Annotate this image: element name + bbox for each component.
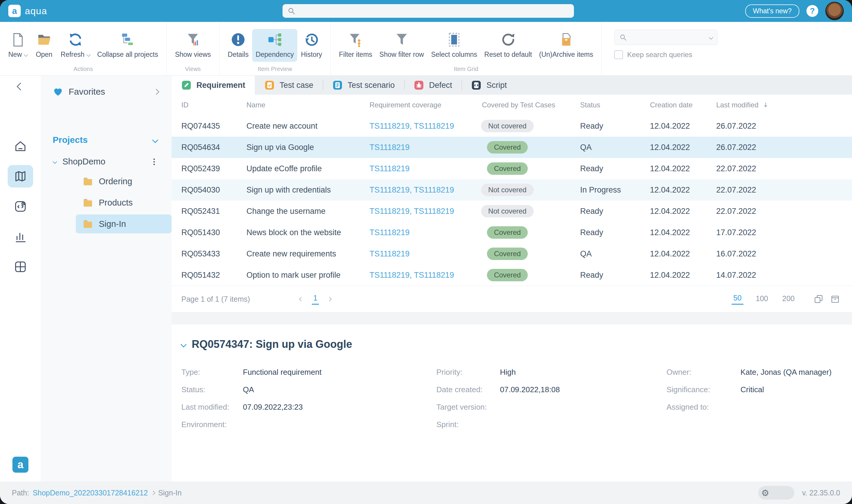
next-page-icon[interactable] [327, 297, 332, 301]
table-row[interactable]: RQ054030Sign up with credentialsTS111821… [171, 179, 852, 200]
keep-search-queries-checkbox[interactable] [614, 50, 623, 59]
show-views-button[interactable]: Show views [171, 29, 214, 62]
help-button[interactable]: ? [806, 5, 818, 17]
coverage-link[interactable]: TS1118219, TS1118219 [369, 185, 454, 194]
table-row[interactable]: RQ052439Update eCoffe profileTS1118219Co… [171, 158, 852, 179]
tab-label: Script [486, 81, 507, 90]
cell-name: Update eCoffe profile [247, 164, 369, 173]
show-filter-row-button[interactable]: Show filter row [376, 29, 428, 62]
column-header-requirement-coverage[interactable]: Requirement coverage [369, 101, 478, 109]
history-icon [304, 32, 319, 47]
dependency-button[interactable]: Dependency [252, 29, 297, 62]
coverage-link[interactable]: TS1118219, TS1118219 [369, 271, 454, 280]
table-row[interactable]: RQ052431Change the usernameTS1118219, TS… [171, 200, 852, 222]
page-size-50[interactable]: 50 [731, 293, 743, 305]
table-row[interactable]: RQ053433Create new requirementsTS1118219… [171, 243, 852, 265]
coverage-link[interactable]: TS1118219, TS1118219 [369, 207, 454, 216]
nav-home[interactable] [8, 135, 33, 157]
tab-test-case[interactable]: Test case [255, 76, 323, 95]
column-header-id[interactable]: ID [181, 101, 247, 109]
tab-defect[interactable]: Defect [404, 76, 461, 95]
cell-id: RQ074435 [181, 122, 247, 131]
copy-icon[interactable] [814, 294, 823, 304]
coverage-status-badge: Not covered [481, 184, 533, 196]
filter-items-button[interactable]: Filter items [336, 29, 376, 62]
tree-node-folder[interactable]: Products [76, 193, 171, 212]
preview-field: Date created:07.09.2022,18:08 [436, 385, 667, 395]
chevron-right-icon[interactable] [153, 88, 160, 95]
nav-projects[interactable] [8, 165, 33, 187]
nav-reports[interactable] [8, 226, 33, 248]
tree-node-folder[interactable]: Sign-In [76, 214, 171, 233]
user-avatar[interactable] [826, 2, 844, 20]
page-size-200[interactable]: 200 [780, 294, 796, 304]
search-queries-dropdown[interactable] [614, 30, 718, 45]
global-search[interactable] [283, 4, 574, 18]
page-size-100[interactable]: 100 [754, 294, 770, 304]
collapse-all-projects-button[interactable]: Collapse all projects [94, 29, 162, 62]
collapse-sidebar-button[interactable] [16, 84, 25, 90]
column-header-name[interactable]: Name [247, 101, 369, 109]
coverage-link[interactable]: TS1118219 [369, 228, 410, 237]
select-columns-button[interactable]: Select columns [428, 29, 481, 62]
page-summary: Page 1 of 1 (7 items) [181, 295, 300, 304]
open-button[interactable]: Open [31, 29, 57, 62]
nav-test-execution[interactable] [8, 195, 33, 218]
refresh-button[interactable]: Refresh [57, 29, 94, 62]
cell-last-modified: 17.07.2022 [716, 228, 793, 237]
chevron-down-icon[interactable] [152, 137, 158, 143]
coverage-status-badge: Covered [487, 226, 528, 239]
content-area: RequirementTest caseTest scenarioDefectS… [171, 76, 852, 482]
table-row[interactable]: RQ074435Create new accountTS1118219, TS1… [171, 115, 852, 137]
coverage-link[interactable]: TS1118219 [369, 143, 410, 152]
field-label: Last modified: [181, 402, 243, 412]
column-header-status[interactable]: Status [580, 101, 650, 109]
collapse-preview-icon[interactable] [180, 341, 187, 347]
item-preview-panel: RQ0574347: Sign up via Google Type:Funct… [171, 324, 852, 482]
new-button[interactable]: New [5, 29, 31, 62]
column-header-creation-date[interactable]: Creation date [650, 101, 716, 109]
favorites-label: Favorites [69, 87, 149, 97]
tree-node-folder[interactable]: Ordering [76, 172, 171, 191]
column-header-covered-by-test-cases[interactable]: Covered by Test Cases [478, 101, 580, 109]
section-gap [171, 312, 852, 324]
details-button[interactable]: Details [224, 29, 252, 62]
coverage-link[interactable]: TS1118219 [369, 164, 410, 173]
cell-id: RQ051430 [181, 228, 247, 237]
table-row[interactable]: RQ051430News block on the websiteTS11182… [171, 222, 852, 243]
path-project-link[interactable]: ShopDemo_202203301728416212 [33, 489, 148, 497]
cell-requirement-coverage: TS1118219, TS1118219 [369, 185, 478, 195]
kebab-menu-icon[interactable] [150, 157, 159, 166]
history-button[interactable]: History [297, 29, 326, 62]
cell-requirement-coverage: TS1118219 [369, 164, 478, 173]
app-version: v. 22.35.0.0 [802, 489, 840, 497]
current-page[interactable]: 1 [312, 294, 319, 305]
column-header-last-modified[interactable]: Last modified [716, 101, 793, 109]
coverage-status-badge: Covered [487, 162, 528, 175]
unarchive-items-button[interactable]: (Un)Archive items [536, 29, 597, 62]
whats-new-button[interactable]: What's new? [745, 4, 799, 18]
logo-letter: a [12, 6, 17, 16]
settings-toggle[interactable]: ⚙ [758, 486, 794, 500]
coverage-link[interactable]: TS1118219, TS1118219 [369, 122, 454, 130]
archive-icon[interactable] [830, 294, 840, 304]
open-folder-icon [36, 32, 52, 47]
test-scenario-icon [332, 80, 343, 90]
field-value: Functional requirement [243, 368, 322, 377]
table-row[interactable]: RQ051432Option to mark user profileTS111… [171, 265, 852, 286]
nav-dashboards[interactable] [8, 255, 33, 278]
coverage-link[interactable]: TS1118219 [369, 249, 410, 258]
reset-icon [501, 32, 516, 47]
previous-page-icon[interactable] [299, 297, 304, 301]
path-current: Sign-In [158, 489, 182, 497]
cell-status: Ready [580, 122, 650, 131]
tab-script[interactable]: Script [461, 76, 516, 95]
folder-icon [82, 197, 93, 208]
reset-to-default-button[interactable]: Reset to default [481, 29, 536, 62]
tab-test-scenario[interactable]: Test scenario [323, 76, 404, 95]
tree-node-project[interactable]: ShopDemo [41, 154, 171, 169]
global-search-input[interactable] [298, 6, 569, 15]
tab-requirement[interactable]: Requirement [171, 76, 255, 95]
table-row[interactable]: RQ054634Sign up via GoogleTS1118219Cover… [171, 137, 852, 158]
bar-chart-icon [14, 230, 27, 244]
